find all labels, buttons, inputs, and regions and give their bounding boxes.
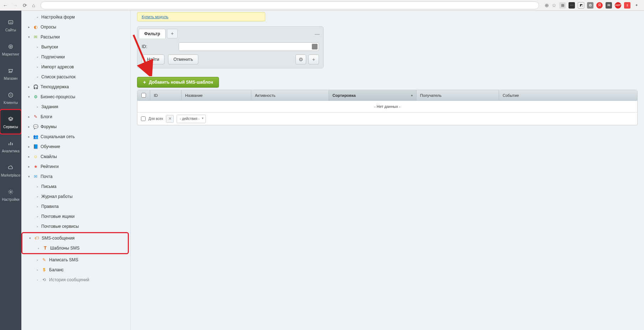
tree-item[interactable]: ▪Импорт адресов: [21, 62, 130, 72]
tree-item[interactable]: ▪Правила: [21, 201, 130, 211]
cart-icon: [6, 67, 15, 75]
tree-item-social[interactable]: ▸👥Социальная сеть: [21, 132, 130, 142]
tree-item-write-sms[interactable]: ▪✎Написать SMS: [21, 255, 130, 265]
tree-item-balance[interactable]: ▪$Баланс: [21, 265, 130, 275]
highlight-annotation: ▾🏷SMS-сообщения ▪TШаблоны SMS: [21, 232, 129, 254]
clear-selection-button[interactable]: ✕: [166, 115, 174, 123]
tree-label: Импорт адресов: [41, 64, 74, 69]
ext-icon[interactable]: ⦀: [624, 2, 630, 9]
svg-point-6: [10, 191, 11, 193]
input-picker-icon[interactable]: [312, 44, 318, 49]
tree-item-mail[interactable]: ▾✉Почта: [21, 172, 130, 182]
tree-item-history[interactable]: ▪⟲История сообщений: [21, 275, 130, 285]
tree-label: Правила: [41, 204, 59, 209]
select-all-cell[interactable]: [137, 90, 150, 100]
collapse-icon[interactable]: —: [315, 31, 320, 37]
tree-item-smileys[interactable]: ▸☺Смайлы: [21, 152, 130, 162]
tree-item-learning[interactable]: ▸📘Обучение: [21, 142, 130, 152]
forward-icon[interactable]: →: [13, 2, 18, 8]
id-label: ID:: [142, 44, 176, 49]
chart-icon: [6, 139, 15, 148]
filter-tab[interactable]: Фильтр: [139, 29, 166, 38]
tree-item-sms-templates[interactable]: ▪TШаблоны SMS: [22, 243, 128, 253]
col-name[interactable]: Название: [182, 90, 251, 100]
find-button[interactable]: Найти: [142, 54, 164, 64]
col-sort[interactable]: Сортировка▲: [329, 90, 417, 100]
tree-item-sms[interactable]: ▾🏷SMS-сообщения: [22, 233, 128, 243]
tree-item[interactable]: ▪Список рассылок: [21, 72, 130, 82]
tree-label: Блоги: [41, 114, 52, 119]
tree-item-ratings[interactable]: ▸★Рейтинги: [21, 162, 130, 172]
tree-item-blogs[interactable]: ▸✎Блоги: [21, 112, 130, 122]
nav-label: Настройки: [2, 198, 19, 201]
actions-select[interactable]: - действия -: [177, 115, 206, 123]
browser-extensions: ⊕ ☆ ▦ ⋯ ◩ ✿ Я ✉ ABP ⦀ ✦: [545, 2, 641, 9]
back-icon[interactable]: ←: [3, 2, 8, 8]
add-filter-tab-button[interactable]: +: [167, 29, 178, 38]
ext-icon[interactable]: ⋯: [569, 2, 575, 9]
reload-icon[interactable]: ⟳: [23, 2, 27, 8]
plus-icon: +: [312, 57, 315, 62]
svg-point-3: [10, 46, 11, 47]
nav-label: Клиенты: [4, 101, 18, 105]
ext-icon[interactable]: ◩: [578, 2, 584, 9]
ext-abp-icon[interactable]: ABP: [615, 2, 621, 9]
ext-icon[interactable]: ✿: [587, 2, 593, 9]
tree-item[interactable]: ▪Почтовые ящики: [21, 211, 130, 221]
svg-point-2: [9, 44, 13, 48]
tree-label: Опросы: [41, 25, 56, 30]
filter-add-button[interactable]: +: [308, 54, 319, 64]
browser-chrome: ← → ⟳ ⌂ ⊕ ☆ ▦ ⋯ ◩ ✿ Я ✉ ABP ⦀ ✦: [0, 0, 644, 11]
tree-label: Выпуски: [41, 44, 58, 49]
col-event[interactable]: Событие: [499, 90, 637, 100]
main-content: Купить модуль Фильтр + — ID: Найти Отмен…: [131, 11, 644, 330]
nav-sites[interactable]: 24 Сайты: [0, 13, 21, 37]
nav-analytics[interactable]: Аналитика: [0, 134, 21, 158]
address-bar[interactable]: [41, 1, 539, 9]
star-icon[interactable]: ☆: [552, 2, 556, 8]
ext-yandex-icon[interactable]: Я: [596, 2, 603, 9]
tree-label: Журнал работы: [41, 194, 73, 199]
tree-item-mailings[interactable]: ▾✉Рассылки: [21, 32, 130, 42]
col-activity[interactable]: Активность: [251, 90, 329, 100]
cancel-button[interactable]: Отменить: [168, 54, 198, 64]
filter-settings-button[interactable]: ⚙: [295, 54, 306, 64]
tree-item[interactable]: ▪Выпуски: [21, 42, 130, 52]
nav-services[interactable]: Сервисы: [0, 110, 21, 134]
nav-marketplace[interactable]: Marketplace: [0, 158, 21, 182]
nav-shop[interactable]: Магазин: [0, 61, 21, 85]
tree-item[interactable]: ▪Почтовые сервисы: [21, 221, 130, 231]
nav-clients[interactable]: 24 Клиенты: [0, 85, 21, 110]
home-icon[interactable]: ⌂: [32, 2, 35, 8]
nav-label: Магазин: [4, 77, 18, 80]
col-recipient[interactable]: Получатель: [417, 90, 499, 100]
tree-item[interactable]: ▪Подписчики: [21, 52, 130, 62]
col-id[interactable]: ID: [150, 90, 182, 100]
tree-label: История сообщений: [49, 277, 89, 282]
ext-puzzle-icon[interactable]: ✦: [633, 2, 640, 9]
tree-label: Бизнес-процессы: [41, 94, 75, 99]
ext-icon[interactable]: ✉: [606, 2, 612, 9]
zoom-icon[interactable]: ⊕: [545, 2, 549, 8]
tree-item[interactable]: ▪Письма: [21, 182, 130, 192]
tree-item-support[interactable]: ▸🎧Техподдержка: [21, 82, 130, 92]
for-all-checkbox[interactable]: [141, 116, 146, 121]
tree-item[interactable]: ▪Настройка форм: [21, 12, 130, 22]
nav-settings[interactable]: Настройки: [0, 182, 21, 206]
target-icon: [6, 42, 15, 51]
tree-item[interactable]: ▪Задания: [21, 102, 130, 112]
ext-icon[interactable]: ▦: [559, 2, 566, 9]
select-all-checkbox[interactable]: [141, 93, 146, 98]
buy-module-link[interactable]: Купить модуль: [142, 15, 168, 19]
mail-icon: ✉: [33, 34, 38, 40]
tree-item[interactable]: ▪Журнал работы: [21, 192, 130, 201]
add-sms-template-button[interactable]: + Добавить новый SMS-шаблон: [137, 77, 219, 88]
tree-item-bp[interactable]: ▾⚙Бизнес-процессы: [21, 92, 130, 102]
gear-icon: ⚙: [299, 57, 303, 62]
nav-marketing[interactable]: Маркетинг: [0, 37, 21, 61]
history-icon: ⟲: [41, 277, 47, 283]
tree-item-surveys[interactable]: ▸◐Опросы: [21, 22, 130, 32]
tree-item-forums[interactable]: ▸💬Форумы: [21, 122, 130, 132]
tree-label: Рейтинги: [41, 164, 59, 169]
id-input[interactable]: [179, 42, 319, 51]
